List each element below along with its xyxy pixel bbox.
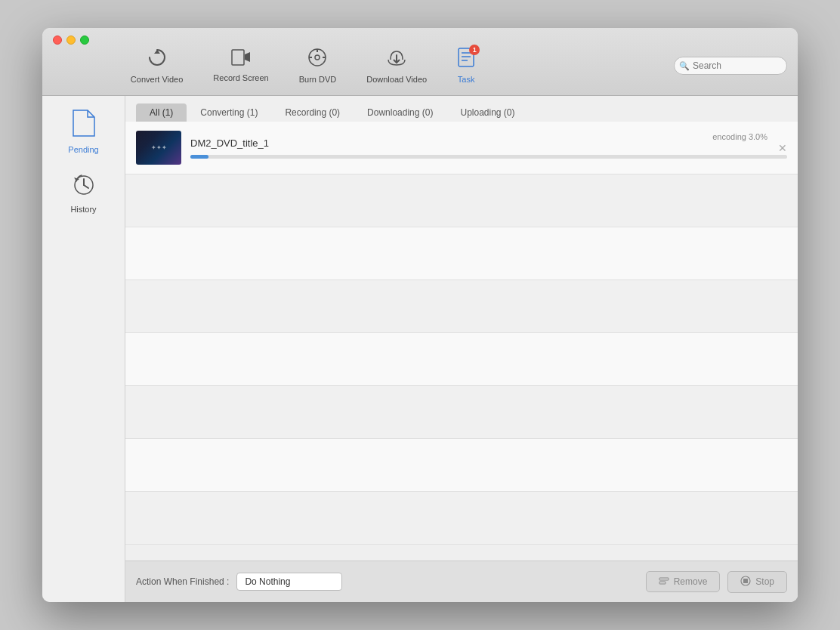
progress-bar-wrapper [190, 155, 787, 159]
sidebar: Pending History [42, 96, 125, 602]
nav-download-video-label: Download Video [366, 75, 427, 84]
task-thumbnail: ✦✦✦ [136, 131, 181, 165]
stop-button[interactable]: Stop [727, 571, 787, 593]
nav-convert-video[interactable]: Convert Video [131, 48, 184, 84]
content-area: Pending History All (1) [42, 96, 798, 602]
svg-marker-2 [245, 52, 250, 62]
remove-button[interactable]: Remove [646, 571, 721, 592]
nav-record-screen[interactable]: Record Screen [213, 49, 268, 82]
download-video-icon [387, 48, 406, 72]
tab-all[interactable]: All (1) [136, 103, 187, 122]
empty-row [125, 386, 798, 439]
table-row: ✦✦✦ DM2_DVD_title_1 encoding 3.0% ✕ [125, 122, 798, 174]
history-icon [73, 174, 95, 202]
sidebar-pending-label: Pending [68, 145, 98, 154]
empty-row [125, 333, 798, 386]
tab-uploading[interactable]: Uploading (0) [446, 103, 528, 122]
action-label: Action When Finished : [136, 576, 229, 587]
stop-label: Stop [755, 576, 774, 587]
pending-icon [73, 110, 95, 142]
sidebar-item-history[interactable]: History [54, 168, 114, 220]
tab-recording[interactable]: Recording (0) [271, 103, 354, 122]
traffic-lights [53, 36, 89, 45]
svg-rect-18 [659, 582, 666, 584]
app-window: Convert Video Record Screen [42, 28, 798, 602]
search-icon: 🔍 [679, 61, 690, 71]
sidebar-history-label: History [70, 205, 96, 214]
tabs-bar: All (1) Converting (1) Recording (0) Dow… [125, 96, 798, 122]
task-close-button[interactable]: ✕ [778, 142, 787, 154]
footer-right: Remove Stop [646, 571, 787, 593]
empty-row [125, 280, 798, 333]
task-name: DM2_DVD_title_1 [190, 137, 787, 149]
minimize-button[interactable] [66, 36, 76, 45]
footer-left: Action When Finished : Do Nothing Shut D… [136, 573, 342, 591]
tab-converting[interactable]: Converting (1) [187, 103, 271, 122]
empty-row [125, 492, 798, 545]
task-icon-wrapper: 1 [457, 48, 475, 72]
task-list: ✦✦✦ DM2_DVD_title_1 encoding 3.0% ✕ [125, 122, 798, 561]
tab-downloading[interactable]: Downloading (0) [354, 103, 446, 122]
stop-icon [740, 576, 751, 588]
nav-task[interactable]: 1 Task [457, 48, 475, 84]
nav-download-video[interactable]: Download Video [366, 48, 427, 84]
sidebar-item-pending[interactable]: Pending [54, 103, 114, 160]
task-info: DM2_DVD_title_1 [190, 137, 787, 159]
remove-icon [659, 576, 669, 588]
svg-point-4 [315, 55, 320, 60]
nav-items: Convert Video Record Screen [53, 48, 553, 84]
svg-rect-17 [659, 578, 669, 580]
empty-row [125, 227, 798, 280]
nav-burn-dvd-label: Burn DVD [299, 75, 337, 84]
search-wrapper: 🔍 [674, 57, 787, 75]
svg-line-15 [84, 185, 88, 188]
remove-label: Remove [674, 576, 708, 587]
record-screen-icon [231, 49, 251, 70]
nav-convert-video-label: Convert Video [131, 75, 184, 84]
thumbnail-visual: ✦✦✦ [151, 144, 167, 151]
empty-row [125, 439, 798, 492]
maximize-button[interactable] [80, 36, 89, 45]
close-button[interactable] [53, 36, 62, 45]
action-select[interactable]: Do Nothing Shut Down Sleep Quit App [236, 573, 342, 591]
titlebar: Convert Video Record Screen [42, 28, 798, 96]
convert-video-icon [147, 48, 167, 72]
task-badge: 1 [469, 45, 480, 55]
svg-rect-20 [743, 579, 748, 583]
task-status: encoding 3.0% [712, 132, 767, 141]
main-panel: All (1) Converting (1) Recording (0) Dow… [125, 96, 798, 602]
search-input[interactable] [674, 57, 787, 75]
action-select-wrapper: Do Nothing Shut Down Sleep Quit App [236, 573, 342, 591]
nav-task-label: Task [458, 75, 475, 84]
svg-rect-1 [232, 50, 244, 65]
progress-bar-fill [190, 155, 208, 159]
burn-dvd-icon [307, 48, 327, 72]
nav-burn-dvd[interactable]: Burn DVD [299, 48, 337, 84]
nav-record-screen-label: Record Screen [213, 73, 268, 82]
footer: Action When Finished : Do Nothing Shut D… [125, 561, 798, 602]
empty-row [125, 174, 798, 227]
